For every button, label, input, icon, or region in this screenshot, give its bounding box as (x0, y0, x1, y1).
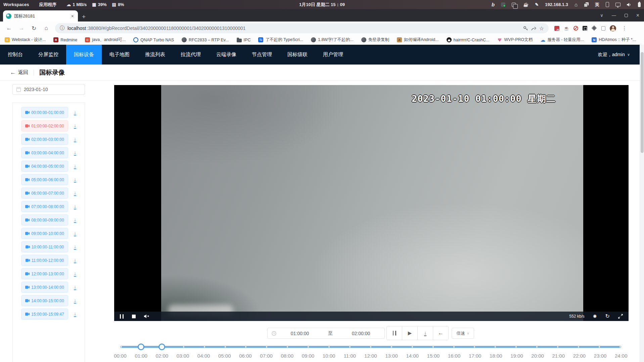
minimize-icon[interactable]: — (612, 13, 616, 18)
ip-address-indicator[interactable]: 192.168.1.3 (545, 2, 568, 7)
applications-menu[interactable]: 应用程序 (39, 2, 56, 8)
download-icon[interactable]: ↓ (74, 136, 76, 142)
bookmark-item[interactable]: 免登录复制 (361, 37, 389, 43)
workspaces-button[interactable]: Workspaces (3, 2, 29, 7)
download-icon[interactable]: ↓ (74, 190, 76, 196)
video-player[interactable]: 2023-01-10 01:00:00 星期二 552 kb/s ✺ ↻ (114, 85, 629, 321)
password-key-icon[interactable] (523, 26, 528, 31)
download-icon[interactable]: ↓ (74, 231, 76, 236)
page-scrollbar[interactable] (640, 45, 644, 362)
address-bar[interactable]: ⓘ localhost:38080/#/gbRecordDetail/34020… (55, 23, 549, 33)
download-icon[interactable]: ↓ (74, 204, 76, 209)
bookmark-item[interactable]: java、android可... (85, 37, 126, 43)
bookmark-item[interactable]: hairrrrr/C-CrashC... (447, 37, 490, 42)
segment-button[interactable]: 09:00:00-10:00:00 (21, 228, 68, 239)
browser-home-icon[interactable]: ⌂ (41, 23, 51, 33)
download-icon[interactable]: ↓ (74, 257, 76, 263)
timeline-handle-start[interactable] (138, 344, 144, 350)
download-icon[interactable]: ↓ (74, 311, 76, 317)
player-mute-icon[interactable] (144, 314, 149, 318)
bookmark-item[interactable]: HDAtmos :: 种子 *... (592, 37, 636, 43)
player-refresh-icon[interactable]: ↻ (605, 314, 610, 319)
player-pause-icon[interactable] (120, 314, 124, 319)
clipboard-tray-icon[interactable] (512, 3, 516, 7)
nav-item-map[interactable]: 电子地图 (102, 45, 137, 65)
download-icon[interactable]: ↓ (74, 123, 76, 129)
download-icon[interactable]: ↓ (74, 177, 76, 183)
notes-extension-icon[interactable] (601, 26, 605, 31)
fullscreen-icon[interactable] (618, 314, 623, 319)
bookmark-item[interactable]: 1.8W字!了不起的... (311, 37, 354, 43)
start-time-input[interactable]: 01:00:00 (276, 331, 323, 336)
play-button[interactable]: ▶ (402, 326, 418, 340)
browser-forward-icon[interactable]: → (16, 23, 27, 33)
download-icon[interactable]: ↓ (74, 298, 76, 304)
tab-search-icon[interactable]: ∨ (600, 13, 603, 18)
download-icon[interactable]: ↓ (74, 163, 76, 169)
segment-button[interactable]: 04:00:00-05:00:00 (21, 161, 68, 172)
phone-tray-icon[interactable] (606, 2, 609, 7)
caffeine-tray-icon[interactable]: ☕ (523, 2, 528, 7)
segment-button[interactable]: 08:00:00-09:00:00 (21, 214, 68, 226)
date-picker[interactable]: 2023-01-10 (12, 84, 85, 95)
end-time-input[interactable]: 02:00:00 (337, 331, 384, 336)
timeline-track[interactable] (120, 346, 621, 348)
nav-item-pull-proxy[interactable]: 拉流代理 (173, 45, 209, 65)
segment-button[interactable]: 02:00:00-03:00:00 (21, 134, 68, 145)
bookmark-item[interactable]: QNAP Turbo NAS (133, 37, 174, 42)
cup-extension-icon[interactable]: ☕ (564, 26, 569, 31)
browser-tab[interactable]: 国标28181 × (3, 10, 78, 22)
time-range-picker[interactable]: 01:00:00 至 02:00:00 (267, 328, 385, 339)
timeline-handle-end[interactable] (158, 344, 165, 350)
segment-button[interactable]: 05:00:00-06:00:00 (21, 174, 68, 185)
volume-tray-icon[interactable] (627, 3, 632, 7)
browser-back-icon[interactable]: ← (4, 23, 14, 33)
segment-button[interactable]: 14:00:00-15:00:00 (21, 295, 68, 306)
blocker-extension-icon[interactable] (573, 26, 578, 31)
windows-tray-icon[interactable] (584, 2, 589, 7)
close-window-icon[interactable]: × (636, 12, 639, 18)
profile-avatar[interactable] (610, 25, 616, 32)
clock[interactable]: 1月10日 星期二 15：09 (299, 2, 345, 8)
display-tray-icon[interactable] (615, 3, 620, 6)
bookmark-item[interactable]: Webstack - 设计... (5, 37, 46, 43)
segment-button[interactable]: 12:00:00-13:00:00 (21, 268, 68, 279)
nav-item-node-manage[interactable]: 节点管理 (244, 45, 280, 65)
segment-button[interactable]: 07:00:00-08:00:00 (21, 201, 68, 212)
bookmark-item[interactable]: WVP-PRO文档 (497, 37, 533, 43)
pen-tray-icon[interactable]: ✎ (535, 2, 539, 7)
segment-button[interactable]: 11:00:00-12:00:00 (21, 255, 68, 266)
bookmark-item[interactable]: RFC2833 – RTP Ev... (182, 37, 229, 42)
browser-reload-icon[interactable]: ↻ (29, 23, 39, 33)
back-button[interactable]: ←返回 (10, 69, 28, 76)
battery-tray-icon[interactable] (638, 2, 641, 7)
screenshot-tray-icon[interactable] (501, 2, 505, 7)
download-icon[interactable]: ↓ (74, 150, 76, 156)
tab-close-icon[interactable]: × (70, 13, 75, 19)
segment-button[interactable]: 00:00:00-01:00:00 (21, 107, 68, 118)
scrollbar-thumb[interactable] (641, 52, 644, 153)
seek-back-button[interactable]: ← (433, 326, 449, 340)
nav-item-gb-devices[interactable]: 国标设备 (66, 45, 102, 65)
bookmark-item[interactable]: IPC (237, 38, 251, 42)
pause-button[interactable] (386, 326, 402, 340)
nav-item-user-manage[interactable]: 用户管理 (315, 45, 351, 65)
download-icon[interactable]: ↓ (74, 217, 76, 223)
dark-extension-icon[interactable] (583, 26, 587, 31)
bookmark-item[interactable]: 如何编译Android... (397, 37, 439, 43)
input-method-indicator[interactable]: 英 (595, 2, 599, 8)
player-stop-icon[interactable] (132, 315, 136, 318)
download-icon[interactable]: ↓ (74, 244, 76, 250)
new-tab-button[interactable]: + (82, 13, 86, 20)
download-icon[interactable]: ↓ (74, 284, 76, 290)
segment-button[interactable]: 13:00:00-14:00:00 (21, 282, 68, 293)
bookmark-item[interactable]: Redmine (53, 37, 77, 42)
segment-button[interactable]: 15:00:00-15:09:47 (21, 309, 68, 320)
speed-dropdown[interactable]: 倍速 ∨ (452, 328, 474, 339)
bing-tray-icon[interactable]: b (492, 2, 495, 7)
maximize-icon[interactable] (625, 14, 628, 17)
download-button[interactable]: ↓ (417, 326, 433, 340)
nav-item-cloud-record[interactable]: 云端录像 (209, 45, 244, 65)
bookmark-item[interactable]: 了不起的 TypeScri... (258, 37, 303, 43)
browser-menu-icon[interactable]: ⋮ (622, 25, 627, 31)
